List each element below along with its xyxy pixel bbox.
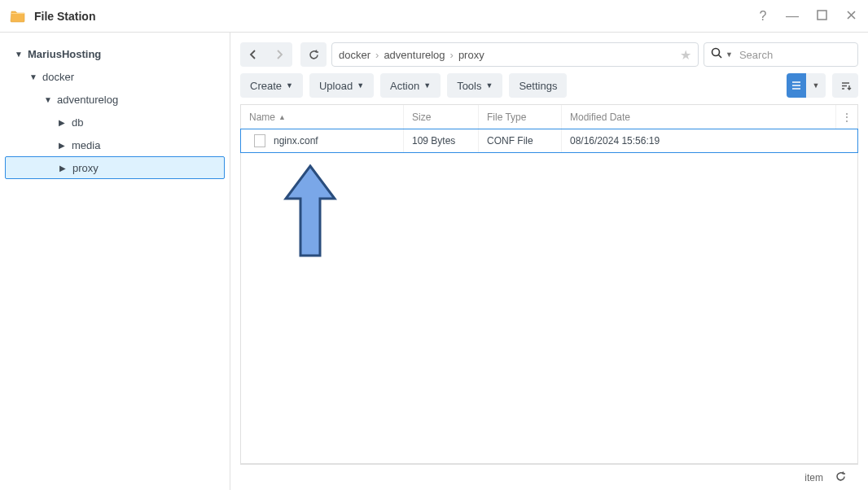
file-size: 109 Bytes (404, 129, 479, 152)
file-name: nginx.conf (274, 135, 318, 147)
tree-label: adventurelog (57, 94, 118, 106)
favorite-star-icon[interactable]: ★ (680, 47, 691, 63)
breadcrumb-part[interactable]: adventurelog (384, 49, 445, 61)
breadcrumb-part[interactable]: docker (339, 49, 370, 61)
col-label: Size (412, 112, 431, 123)
file-table: Name ▲ Size File Type Modified Date ⋮ (240, 104, 858, 464)
status-refresh-button[interactable] (835, 470, 847, 485)
annotation-arrow-icon (278, 162, 343, 268)
nav-group (240, 42, 292, 67)
settings-button[interactable]: Settings (509, 73, 567, 98)
breadcrumb-sep: › (450, 49, 454, 61)
chevron-right-icon: ▶ (59, 164, 68, 173)
tree-item-db[interactable]: ▶ db (0, 111, 230, 133)
back-button[interactable] (240, 42, 266, 67)
maximize-button[interactable] (814, 10, 829, 23)
close-button[interactable] (844, 10, 858, 23)
col-date-header[interactable]: Modified Date (562, 105, 836, 129)
col-size-header[interactable]: Size (404, 105, 479, 129)
caret-down-icon: ▼ (286, 81, 293, 90)
file-icon (254, 134, 265, 147)
caret-down-icon: ▼ (486, 81, 493, 90)
forward-button[interactable] (266, 42, 292, 67)
tree-item-proxy[interactable]: ▶ proxy (5, 156, 225, 179)
sort-asc-icon: ▲ (278, 113, 286, 121)
titlebar: File Station ? — (0, 0, 868, 33)
column-menu-button[interactable]: ⋮ (836, 105, 857, 129)
tree-item-media[interactable]: ▶ media (0, 133, 230, 156)
breadcrumb-sep: › (375, 49, 379, 61)
status-item-count: item (804, 472, 823, 483)
chevron-right-icon: ▶ (59, 141, 67, 150)
sort-button[interactable] (832, 73, 858, 98)
app-folder-icon (10, 8, 26, 24)
tree-label: media (72, 139, 100, 151)
tools-button[interactable]: Tools ▼ (447, 73, 502, 98)
table-header: Name ▲ Size File Type Modified Date ⋮ (241, 105, 857, 129)
chevron-down-icon: ▼ (44, 95, 52, 104)
view-list-button[interactable] (787, 73, 806, 98)
button-label: Upload (319, 80, 353, 92)
app-title: File Station (34, 10, 756, 23)
upload-button[interactable]: Upload ▼ (309, 73, 374, 98)
table-body: nginx.conf 109 Bytes CONF File 08/16/202… (241, 129, 857, 463)
tree-label: MariusHosting (28, 48, 101, 60)
svg-rect-0 (818, 11, 826, 20)
breadcrumb-part[interactable]: proxy (458, 49, 484, 61)
button-label: Action (390, 80, 419, 92)
button-label: Create (250, 80, 282, 92)
search-box[interactable]: ▼ (704, 42, 858, 67)
tree-item-adventurelog[interactable]: ▼ adventurelog (0, 88, 230, 111)
view-dropdown-button[interactable]: ▼ (806, 81, 826, 90)
caret-down-icon: ▼ (423, 81, 431, 90)
caret-down-icon: ▼ (357, 81, 364, 90)
svg-point-1 (712, 49, 720, 56)
col-name-header[interactable]: Name ▲ (241, 105, 404, 129)
table-row[interactable]: nginx.conf 109 Bytes CONF File 08/16/202… (240, 129, 858, 153)
tree-label: db (72, 116, 83, 129)
col-type-header[interactable]: File Type (479, 105, 562, 129)
chevron-down-icon: ▼ (29, 72, 37, 81)
folder-tree: ▼ MariusHosting ▼ docker ▼ adventurelog … (0, 33, 230, 490)
refresh-button[interactable] (300, 42, 327, 67)
col-label: Name (249, 112, 275, 123)
file-type: CONF File (479, 129, 562, 152)
chevron-down-icon: ▼ (15, 50, 23, 59)
tree-item-root[interactable]: ▼ MariusHosting (0, 42, 230, 65)
search-input[interactable] (739, 49, 868, 61)
minimize-button[interactable]: — (785, 10, 800, 23)
view-mode-group: ▼ (787, 73, 826, 98)
chevron-right-icon: ▶ (59, 118, 67, 127)
help-button[interactable]: ? (756, 10, 770, 23)
col-label: File Type (487, 112, 526, 123)
breadcrumb[interactable]: docker › adventurelog › proxy ★ (331, 42, 699, 67)
col-label: Modified Date (570, 112, 630, 123)
caret-down-icon[interactable]: ▼ (726, 50, 733, 59)
action-button[interactable]: Action ▼ (380, 73, 441, 98)
file-date: 08/16/2024 15:56:19 (562, 129, 857, 152)
button-label: Tools (457, 80, 481, 92)
status-bar: item (240, 464, 858, 490)
search-icon (711, 47, 722, 62)
tree-item-docker[interactable]: ▼ docker (0, 65, 230, 88)
button-label: Settings (519, 80, 557, 92)
tree-label: docker (42, 71, 74, 83)
tree-label: proxy (72, 162, 99, 174)
create-button[interactable]: Create ▼ (240, 73, 303, 98)
